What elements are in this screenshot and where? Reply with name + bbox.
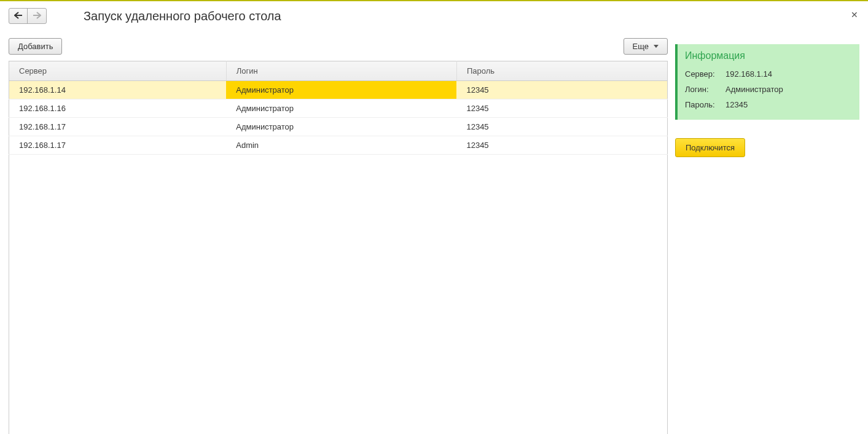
info-row-password: Пароль: 12345 bbox=[685, 97, 852, 112]
column-header-password[interactable]: Пароль bbox=[456, 61, 667, 81]
caret-down-icon bbox=[654, 45, 659, 48]
info-title: Информация bbox=[685, 50, 852, 61]
back-button[interactable] bbox=[9, 9, 28, 23]
table-row[interactable]: 192.168.1.14Администратор12345 bbox=[9, 81, 668, 99]
connect-button[interactable]: Подключится bbox=[675, 138, 745, 157]
cell-server[interactable]: 192.168.1.16 bbox=[9, 99, 227, 118]
info-row-server: Сервер: 192.168.1.14 bbox=[685, 66, 852, 82]
info-label-server: Сервер: bbox=[685, 69, 721, 79]
table-row[interactable]: 192.168.1.16Администратор12345 bbox=[9, 99, 668, 118]
table-empty-area bbox=[9, 155, 668, 434]
left-pane: Добавить Еще Сервер Логин Пароль 192.168… bbox=[9, 31, 668, 434]
connect-button-label: Подключится bbox=[686, 143, 735, 152]
info-value-server: 192.168.1.14 bbox=[725, 69, 772, 79]
info-label-password: Пароль: bbox=[685, 100, 721, 109]
arrow-right-icon bbox=[33, 12, 41, 21]
close-button[interactable]: ✕ bbox=[850, 10, 859, 20]
cell-server[interactable]: 192.168.1.17 bbox=[9, 136, 227, 155]
forward-button[interactable] bbox=[28, 9, 46, 23]
close-icon: ✕ bbox=[851, 10, 858, 20]
more-button-label: Еще bbox=[633, 42, 649, 51]
add-button[interactable]: Добавить bbox=[9, 38, 62, 55]
table-row[interactable]: 192.168.1.17Администратор12345 bbox=[9, 118, 668, 136]
cell-login[interactable]: Администратор bbox=[226, 81, 456, 99]
arrow-left-icon bbox=[14, 12, 23, 21]
right-pane: Информация Сервер: 192.168.1.14 Логин: А… bbox=[675, 31, 859, 434]
info-row-login: Логин: Администратор bbox=[685, 82, 852, 97]
column-header-login[interactable]: Логин bbox=[226, 61, 456, 81]
add-button-label: Добавить bbox=[18, 42, 53, 51]
info-value-password: 12345 bbox=[725, 100, 748, 109]
servers-table: Сервер Логин Пароль 192.168.1.14Админист… bbox=[9, 61, 668, 155]
cell-password[interactable]: 12345 bbox=[456, 118, 667, 136]
cell-server[interactable]: 192.168.1.14 bbox=[9, 81, 227, 99]
column-header-server[interactable]: Сервер bbox=[9, 61, 227, 81]
cell-login[interactable]: Администратор bbox=[226, 118, 456, 136]
page-title: Запуск удаленного рабочего стола bbox=[84, 9, 281, 23]
table-header-row: Сервер Логин Пароль bbox=[9, 61, 668, 81]
header-bar: Запуск удаленного рабочего стола ✕ bbox=[0, 1, 868, 31]
cell-login[interactable]: Admin bbox=[226, 136, 456, 155]
cell-password[interactable]: 12345 bbox=[456, 81, 667, 99]
cell-login[interactable]: Администратор bbox=[226, 99, 456, 118]
table-row[interactable]: 192.168.1.17Admin12345 bbox=[9, 136, 668, 155]
nav-button-group bbox=[9, 8, 47, 24]
info-panel: Информация Сервер: 192.168.1.14 Логин: А… bbox=[675, 44, 859, 120]
cell-password[interactable]: 12345 bbox=[456, 136, 667, 155]
cell-password[interactable]: 12345 bbox=[456, 99, 667, 118]
toolbar: Добавить Еще bbox=[9, 38, 668, 55]
info-value-login: Администратор bbox=[725, 85, 783, 94]
more-button[interactable]: Еще bbox=[624, 38, 668, 55]
content-area: Добавить Еще Сервер Логин Пароль 192.168… bbox=[0, 31, 868, 434]
info-label-login: Логин: bbox=[685, 85, 721, 94]
cell-server[interactable]: 192.168.1.17 bbox=[9, 118, 227, 136]
